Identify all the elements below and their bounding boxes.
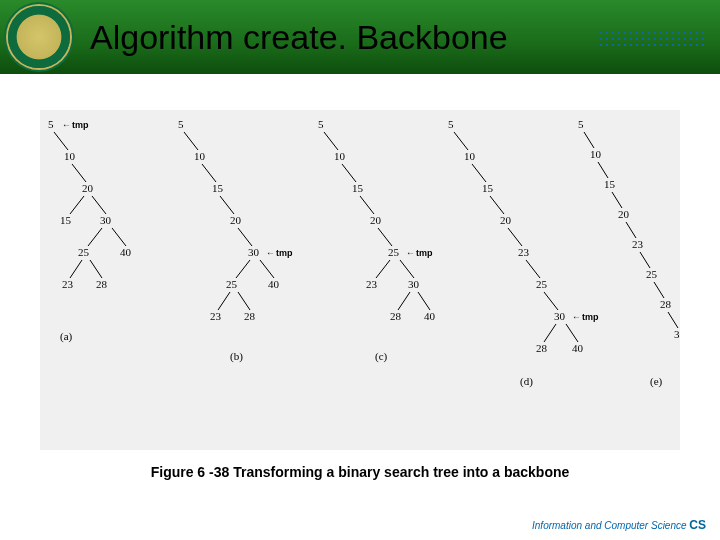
svg-text:28: 28 <box>536 342 548 354</box>
svg-text:15: 15 <box>482 182 494 194</box>
svg-line-79 <box>598 162 608 178</box>
svg-line-68 <box>544 292 558 310</box>
svg-text:23: 23 <box>518 246 530 258</box>
svg-line-83 <box>626 222 636 238</box>
logo-text: Information and Computer Science <box>532 520 687 531</box>
panel-e: 5 10 15 20 23 25 28 30 40←tmp (e) <box>578 118 680 388</box>
panel-b-label: (b) <box>230 350 243 363</box>
svg-line-20 <box>184 132 198 150</box>
svg-text:25: 25 <box>388 246 400 258</box>
figure-caption: Figure 6 -38 Transforming a binary searc… <box>0 464 720 480</box>
svg-text:10: 10 <box>590 148 602 160</box>
svg-text:25: 25 <box>78 246 90 258</box>
svg-line-5 <box>72 164 86 182</box>
svg-text:10: 10 <box>194 150 206 162</box>
svg-text:10: 10 <box>334 150 346 162</box>
svg-text:15: 15 <box>604 178 616 190</box>
svg-text:30: 30 <box>554 310 566 322</box>
svg-line-72 <box>544 324 556 342</box>
panel-c: 5 10 15 20 25←tmp 23 30 28 40 (c) <box>318 118 436 363</box>
svg-text:20: 20 <box>500 214 512 226</box>
svg-line-24 <box>220 196 234 214</box>
svg-line-3 <box>54 132 68 150</box>
svg-line-34 <box>218 292 230 310</box>
svg-line-53 <box>398 292 410 310</box>
svg-line-17 <box>90 260 102 278</box>
svg-text:←: ← <box>406 248 415 258</box>
svg-text:25: 25 <box>226 278 238 290</box>
svg-text:28: 28 <box>96 278 108 290</box>
svg-text:30: 30 <box>100 214 112 226</box>
svg-line-15 <box>70 260 82 278</box>
svg-text:20: 20 <box>82 182 94 194</box>
svg-line-30 <box>236 260 250 278</box>
svg-text:5: 5 <box>318 118 324 130</box>
svg-text:5: 5 <box>178 118 184 130</box>
svg-line-77 <box>584 132 594 148</box>
svg-line-13 <box>112 228 126 246</box>
svg-text:tmp: tmp <box>582 312 599 322</box>
svg-line-58 <box>454 132 468 150</box>
svg-line-85 <box>640 252 650 268</box>
svg-text:20: 20 <box>618 208 630 220</box>
svg-text:25: 25 <box>646 268 658 280</box>
svg-text:28: 28 <box>244 310 256 322</box>
panel-a-label: (a) <box>60 330 73 343</box>
svg-line-81 <box>612 192 622 208</box>
svg-line-43 <box>360 196 374 214</box>
panel-b: 5 10 15 20 30←tmp 25 40 23 28 (b) <box>178 118 293 363</box>
svg-text:tmp: tmp <box>276 248 293 258</box>
svg-line-11 <box>88 228 102 246</box>
svg-text:30: 30 <box>674 328 680 340</box>
svg-text:28: 28 <box>390 310 402 322</box>
svg-line-36 <box>238 292 250 310</box>
svg-text:30: 30 <box>408 278 420 290</box>
svg-line-41 <box>342 164 356 182</box>
svg-line-45 <box>378 228 392 246</box>
svg-line-60 <box>472 164 486 182</box>
svg-line-51 <box>400 260 414 278</box>
svg-line-9 <box>92 196 106 214</box>
svg-text:5: 5 <box>578 118 584 130</box>
svg-text:40: 40 <box>572 342 584 354</box>
svg-line-64 <box>508 228 522 246</box>
svg-text:←: ← <box>572 312 581 322</box>
svg-text:28: 28 <box>660 298 672 310</box>
svg-line-49 <box>376 260 390 278</box>
svg-text:tmp: tmp <box>416 248 433 258</box>
panel-d: 5 10 15 20 23 25 30←tmp 28 40 (d) <box>448 118 599 388</box>
svg-line-32 <box>260 260 274 278</box>
svg-text:←: ← <box>62 120 71 130</box>
panel-d-label: (d) <box>520 375 533 388</box>
svg-line-87 <box>654 282 664 298</box>
svg-text:23: 23 <box>366 278 378 290</box>
svg-text:15: 15 <box>352 182 364 194</box>
dept-logo: Information and Computer Science CS <box>532 518 706 532</box>
svg-text:40: 40 <box>424 310 436 322</box>
university-seal-icon <box>8 6 70 68</box>
header-bar: Algorithm create. Backbone <box>0 0 720 74</box>
svg-text:10: 10 <box>464 150 476 162</box>
svg-text:25: 25 <box>536 278 548 290</box>
svg-text:23: 23 <box>632 238 644 250</box>
svg-line-66 <box>526 260 540 278</box>
svg-line-22 <box>202 164 216 182</box>
svg-text:15: 15 <box>212 182 224 194</box>
svg-line-74 <box>566 324 578 342</box>
svg-text:20: 20 <box>370 214 382 226</box>
panel-a: 5←tmp 10 20 15 30 25 40 23 28 (a) <box>48 118 132 343</box>
svg-line-7 <box>70 196 84 214</box>
panel-e-label: (e) <box>650 375 663 388</box>
figure-area: 5←tmp 10 20 15 30 25 40 23 28 (a) 5 10 1… <box>40 110 680 450</box>
svg-text:23: 23 <box>210 310 222 322</box>
svg-line-55 <box>418 292 430 310</box>
svg-line-39 <box>324 132 338 150</box>
svg-text:5: 5 <box>448 118 454 130</box>
svg-text:40: 40 <box>268 278 280 290</box>
svg-text:tmp: tmp <box>72 120 89 130</box>
svg-line-89 <box>668 312 678 328</box>
panel-c-label: (c) <box>375 350 388 363</box>
svg-text:40: 40 <box>120 246 132 258</box>
slide-title: Algorithm create. Backbone <box>90 18 508 57</box>
svg-text:10: 10 <box>64 150 76 162</box>
